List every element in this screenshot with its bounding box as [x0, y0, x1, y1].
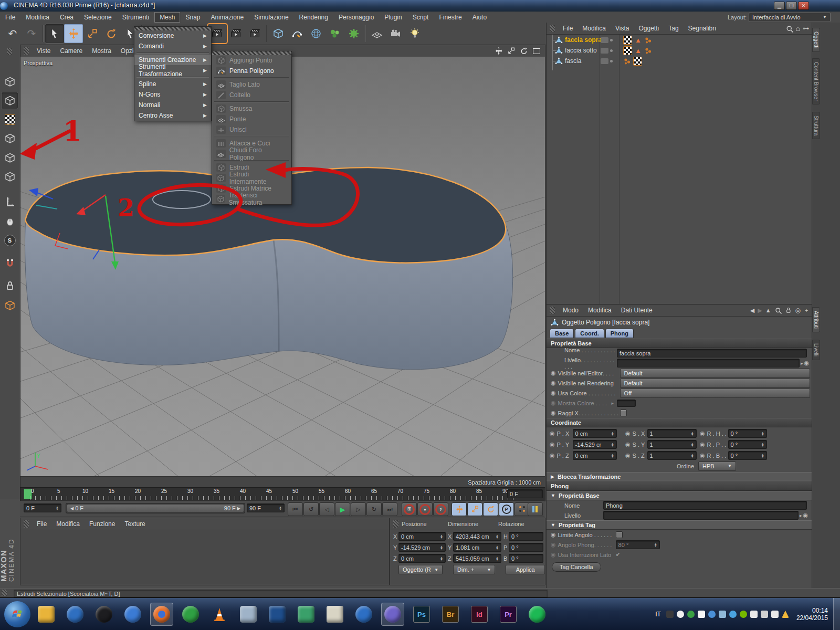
language-indicator[interactable]: IT	[655, 611, 661, 618]
visibility-toggles[interactable]	[601, 48, 613, 54]
environment-button[interactable]	[368, 24, 386, 43]
tab-livelli[interactable]: Livelli	[812, 340, 820, 360]
rot-b-field[interactable]: 0 °	[509, 554, 543, 563]
menu-rendering[interactable]: Rendering	[294, 12, 333, 23]
undo-button[interactable]: ↶	[3, 24, 22, 43]
mode-dropdown[interactable]: Oggetto (R▼	[398, 565, 443, 574]
menu-item-chiudi-foro-poligono[interactable]: Chiudi Foro Poligono	[212, 149, 291, 159]
tab-struttura[interactable]: Struttura	[812, 112, 820, 139]
viewport-menu-camere[interactable]: Camere	[55, 46, 87, 56]
slider-left-arrow-icon[interactable]: ◀	[70, 506, 74, 511]
tab-coord[interactable]: Coord.	[575, 329, 604, 338]
menu-item-spline[interactable]: Spline▶	[134, 79, 211, 89]
menu-item-coltello[interactable]: Coltello	[212, 90, 291, 100]
om-menu-vista[interactable]: Vista	[611, 24, 634, 33]
menu-item-unisci[interactable]: Unisci	[212, 124, 291, 135]
sy-field[interactable]: 1▲▼	[647, 440, 697, 449]
texture-tag-icon[interactable]	[623, 36, 632, 45]
dim-mode-dropdown[interactable]: Dim. +▼	[453, 565, 495, 574]
bp-menu-texture[interactable]: Texture	[120, 519, 150, 529]
generators-button[interactable]	[326, 24, 344, 43]
menu-item-trasferisci-smussatura[interactable]: Trasferisci Smussatura	[212, 194, 291, 204]
taskbar-info[interactable]	[179, 603, 202, 626]
panel-grip[interactable]	[550, 307, 555, 314]
record-dot-icon[interactable]: ◉	[551, 531, 556, 538]
viewport-rotate-button[interactable]	[518, 46, 530, 56]
deformers-button[interactable]	[344, 24, 363, 43]
axis-lock-button[interactable]	[2, 297, 18, 313]
nvidia-tray-icon[interactable]	[740, 611, 747, 618]
menu-script[interactable]: Script	[407, 12, 434, 23]
pz-field[interactable]: 0 cm▲▼	[573, 451, 617, 460]
points-mode-button[interactable]	[2, 130, 18, 146]
panel-grip[interactable]	[393, 520, 398, 528]
livello-field[interactable]	[617, 359, 800, 368]
section-phong[interactable]: Phong	[547, 481, 812, 491]
viewport-zoom-button[interactable]	[505, 46, 518, 56]
next-frame-button[interactable]: ▷	[351, 502, 366, 516]
taskbar-spotify[interactable]	[526, 603, 549, 626]
texture-tag-icon[interactable]	[623, 46, 632, 55]
taskbar-premiere[interactable]: Pr	[497, 603, 520, 626]
taskbar-blue-ball[interactable]	[121, 603, 144, 626]
om-menu-oggetti[interactable]: Oggetti	[634, 24, 664, 33]
am-menu-modo[interactable]: Modo	[558, 306, 583, 315]
move-tool-button[interactable]	[64, 24, 83, 43]
live-selection-button[interactable]	[45, 24, 64, 43]
bp-menu-funzione[interactable]: Funzione	[85, 519, 120, 529]
panel-grip[interactable]	[24, 47, 29, 55]
livello-browse-icon[interactable]: ◉	[804, 360, 810, 366]
scale-tool-button[interactable]	[83, 24, 102, 43]
object-name[interactable]: faccia sopra	[565, 36, 602, 44]
panel-grip[interactable]	[7, 48, 12, 55]
simulation-button[interactable]: S	[2, 232, 18, 248]
phong-tag-icon[interactable]: ▲	[634, 47, 642, 55]
phong-tag-icon[interactable]: ▲	[634, 36, 642, 44]
rh-field[interactable]: 0 °▲▼	[728, 429, 767, 438]
dim-x-field[interactable]: 4203.443 cm▲▼	[453, 532, 501, 541]
bird-tray-icon[interactable]	[666, 611, 674, 618]
viewport-menu-mostra[interactable]: Mostra	[87, 46, 116, 56]
object-name[interactable]: fascia	[565, 57, 581, 65]
pos-y-field[interactable]: -14.529 cm▲▼	[398, 543, 446, 552]
rp-field[interactable]: 0 °▲▼	[728, 440, 767, 449]
end-frame-field[interactable]: 90 F▲▼	[247, 503, 285, 512]
parent-object-icon[interactable]: ▲	[765, 307, 771, 313]
tab-attributi[interactable]: Attributi	[812, 307, 820, 332]
menu-tearoff-strip[interactable]	[134, 27, 211, 30]
keyframe-selection-button[interactable]: ?	[433, 502, 448, 516]
model-mode-button[interactable]	[2, 92, 18, 109]
subdivision-surface-button[interactable]	[307, 24, 326, 43]
viewport-pan-button[interactable]	[492, 46, 505, 56]
object-row-faccia-sopra[interactable]: faccia sopra ▲	[547, 35, 812, 45]
start-button[interactable]	[4, 601, 30, 627]
py-field[interactable]: -14.529 cr▲▼	[573, 440, 617, 449]
taskbar-calculator[interactable]	[237, 603, 260, 626]
key-position-toggle[interactable]	[452, 502, 467, 516]
slider-right-arrow-icon[interactable]: ▶	[237, 506, 240, 511]
record-dot-icon[interactable]: ◉	[551, 410, 556, 416]
livello-browse-icon[interactable]: ◉	[803, 512, 808, 519]
menu-item-taglio-lato[interactable]: Taglio Lato	[212, 79, 291, 90]
menu-tearoff-strip[interactable]	[212, 51, 291, 55]
key-scale-toggle[interactable]	[467, 502, 482, 516]
windows-update-tray-icon[interactable]	[708, 611, 716, 618]
taskbar-bridge[interactable]: Br	[439, 603, 462, 626]
key-rotation-toggle[interactable]	[483, 502, 498, 516]
menu-item-penna-poligono[interactable]: Penna Poligono	[212, 66, 291, 76]
menu-item-normali[interactable]: Normali▶	[134, 100, 211, 110]
tab-content-browser[interactable]: Content Browser	[812, 58, 820, 104]
am-menu-modifica[interactable]: Modifica	[583, 306, 616, 315]
tab-oggetti[interactable]: Oggetti	[812, 28, 820, 52]
taskbar-media-player[interactable]	[64, 603, 87, 626]
record-keyframe-button[interactable]: ⚿	[402, 502, 417, 516]
nome-field[interactable]: faccia sopra	[617, 349, 807, 358]
disc-tray-icon[interactable]	[729, 611, 737, 618]
menu-item-strumenti-trasformazione[interactable]: Strumenti Trasformazione▶	[134, 65, 211, 76]
goto-next-key-button[interactable]: ↻	[366, 502, 382, 516]
minimize-button[interactable]: ▁	[774, 2, 785, 10]
goto-prev-key-button[interactable]: ↺	[303, 502, 319, 516]
close-button[interactable]: ✕	[798, 2, 809, 10]
link-icon[interactable]: ⊶	[803, 25, 809, 32]
edges-mode-button[interactable]	[2, 169, 18, 185]
